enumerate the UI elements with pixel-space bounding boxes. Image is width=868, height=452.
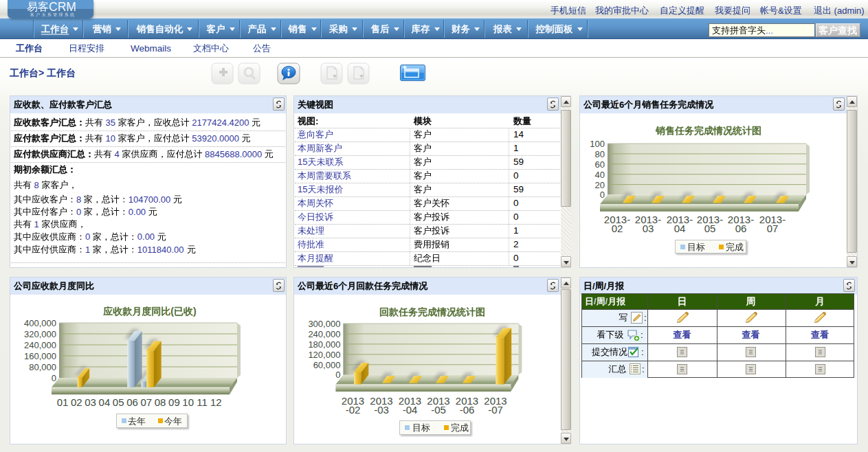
svg-text::: : bbox=[642, 364, 645, 374]
svg-text:(: ( bbox=[170, 306, 174, 317]
svg-text:2: 2 bbox=[513, 239, 519, 249]
svg-text:15: 15 bbox=[298, 184, 307, 194]
svg-text::: : bbox=[641, 347, 644, 357]
svg-text::: : bbox=[641, 330, 643, 340]
svg-text:): ) bbox=[193, 306, 197, 317]
svg-text:6: 6 bbox=[619, 100, 624, 110]
svg-text:35: 35 bbox=[106, 117, 115, 128]
svg-text::: : bbox=[644, 313, 647, 323]
svg-text:Webmails: Webmails bbox=[131, 43, 171, 54]
svg-text:53920.0000: 53920.0000 bbox=[192, 133, 239, 144]
svg-text:1: 1 bbox=[513, 225, 519, 236]
svg-text:>: > bbox=[38, 67, 44, 78]
svg-text:&: & bbox=[778, 5, 784, 16]
svg-text:1: 1 bbox=[85, 245, 90, 255]
svg-text:0: 0 bbox=[513, 253, 519, 263]
svg-text:2177424.4200: 2177424.4200 bbox=[192, 117, 249, 128]
svg-text::: : bbox=[315, 116, 318, 126]
svg-text:59: 59 bbox=[513, 157, 524, 167]
svg-text:...: ... bbox=[766, 25, 773, 36]
svg-text:0: 0 bbox=[76, 207, 81, 217]
svg-text:0.00: 0.00 bbox=[137, 231, 155, 242]
svg-text:1: 1 bbox=[34, 219, 39, 229]
svg-text:8845688.0000: 8845688.0000 bbox=[205, 149, 262, 159]
svg-text:15: 15 bbox=[298, 157, 307, 167]
svg-text:1011840.00: 1011840.00 bbox=[137, 245, 184, 255]
svg-text:14: 14 bbox=[513, 129, 524, 139]
svg-text:(admin): (admin) bbox=[834, 5, 865, 16]
svg-text:0: 0 bbox=[85, 231, 90, 242]
svg-text:0.00: 0.00 bbox=[129, 207, 146, 217]
svg-text:1: 1 bbox=[513, 143, 519, 153]
svg-text:8: 8 bbox=[76, 194, 81, 205]
svg-text:6: 6 bbox=[333, 281, 338, 291]
svg-text:104700.00: 104700.00 bbox=[129, 194, 170, 205]
svg-text:0: 0 bbox=[513, 170, 519, 181]
svg-text:0: 0 bbox=[513, 212, 519, 222]
svg-text:59: 59 bbox=[513, 184, 524, 194]
svg-text:CRM: CRM bbox=[49, 0, 76, 14]
svg-text:8: 8 bbox=[34, 180, 39, 190]
svg-text:0: 0 bbox=[513, 198, 519, 208]
svg-text:10: 10 bbox=[106, 133, 115, 144]
svg-text:4: 4 bbox=[115, 149, 120, 159]
